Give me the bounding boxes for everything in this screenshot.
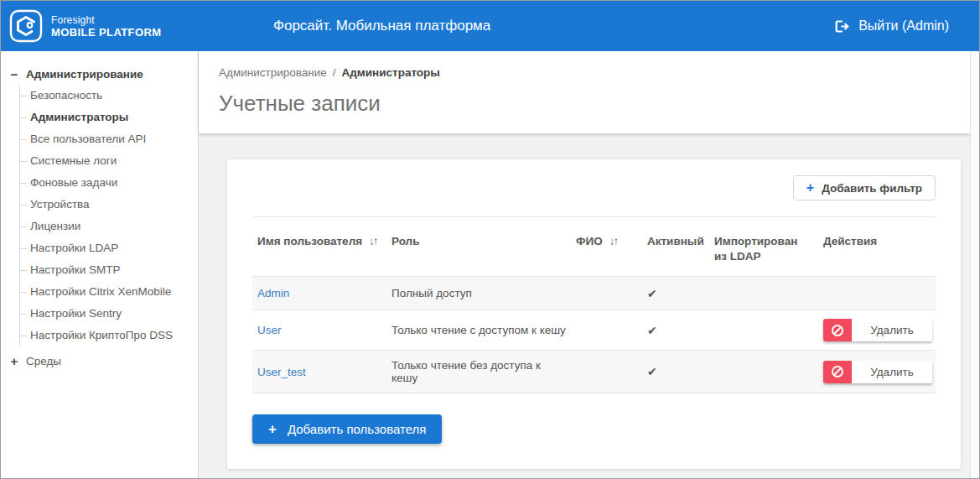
ban-icon (832, 325, 843, 336)
column-label: Имя пользователя (257, 235, 362, 247)
add-user-button[interactable]: + Добавить пользователя (252, 414, 442, 444)
imported-cell (709, 351, 818, 393)
logout-label: Выйти (Admin) (858, 18, 949, 34)
check-icon: ✔ (647, 324, 657, 337)
logo[interactable]: Foresight MOBILE PLATFORM (9, 9, 161, 43)
actions-cell: Удалить (818, 310, 936, 351)
collapse-icon[interactable]: − (9, 67, 19, 81)
username-cell: Admin (252, 277, 386, 310)
vertical-scrollbar[interactable] (970, 51, 979, 478)
role-cell: Только чтение без доступа к кешу (386, 351, 571, 393)
sidebar-item-licenses[interactable]: Лицензии (20, 216, 198, 237)
username-cell: User_test (252, 351, 386, 393)
accounts-card: + Добавить фильтр Имя пользователя↓↑ (227, 159, 961, 469)
main-area: Администрирование / Администраторы Учетн… (199, 51, 979, 478)
sidebar-item-ldap-settings[interactable]: Настройки LDAP (20, 237, 198, 259)
users-table: Имя пользователя↓↑ Роль ФИО↓↑ Активный И… (252, 217, 936, 393)
delete-label: Удалить (852, 361, 932, 383)
add-user-label: Добавить пользователя (288, 422, 426, 436)
sidebar-item-background-tasks[interactable]: Фоновые задачи (20, 172, 198, 194)
logo-text: Foresight MOBILE PLATFORM (51, 14, 161, 39)
table-row-user-test: User_test Только чтение без доступа к ке… (252, 351, 936, 393)
logout-icon (832, 18, 850, 35)
sidebar-item-api-users[interactable]: Все пользователи API (20, 128, 198, 150)
fio-cell (571, 351, 642, 393)
sidebar-item-administrators[interactable]: Администраторы (20, 107, 198, 128)
user-link[interactable]: User (257, 324, 282, 336)
sidebar: − Администрирование Безопасность Админис… (1, 51, 199, 478)
actions-cell (818, 277, 936, 310)
sidebar-section-label: Среды (26, 355, 61, 367)
add-filter-label: Добавить фильтр (822, 182, 922, 195)
sidebar-item-smtp-settings[interactable]: Настройки SMTP (20, 259, 198, 281)
sidebar-item-devices[interactable]: Устройства (20, 194, 198, 216)
user-link[interactable]: User_test (257, 366, 306, 378)
app-title: Форсайт. Мобильная платформа (273, 1, 490, 51)
logo-line1: Foresight (51, 14, 161, 26)
content-area: + Добавить фильтр Имя пользователя↓↑ (199, 133, 970, 478)
column-label: Импортирован из LDAP (714, 235, 797, 263)
breadcrumb-separator: / (333, 66, 336, 79)
sort-icon[interactable]: ↓↑ (369, 235, 377, 247)
logo-line2: MOBILE PLATFORM (51, 26, 161, 39)
add-filter-button[interactable]: + Добавить фильтр (793, 175, 936, 200)
breadcrumb-current: Администраторы (342, 66, 440, 79)
sidebar-section-administration[interactable]: − Администрирование (9, 63, 198, 85)
breadcrumb: Администрирование / Администраторы (219, 66, 970, 79)
column-header-imported: Импортирован из LDAP (709, 217, 818, 277)
username-cell: User (252, 310, 386, 351)
table-header-row: Имя пользователя↓↑ Роль ФИО↓↑ Активный И… (252, 217, 936, 277)
page-head: Администрирование / Администраторы Учетн… (199, 51, 970, 133)
imported-cell (709, 277, 818, 310)
column-label: Роль (391, 235, 419, 247)
app-header: Foresight MOBILE PLATFORM Форсайт. Мобил… (1, 1, 979, 51)
delete-label: Удалить (852, 319, 932, 341)
sidebar-item-sentry-settings[interactable]: Настройки Sentry (20, 303, 198, 325)
check-icon: ✔ (647, 365, 657, 378)
delete-button[interactable]: Удалить (823, 319, 932, 341)
fio-cell (571, 277, 642, 310)
column-header-username[interactable]: Имя пользователя↓↑ (252, 217, 386, 277)
user-link[interactable]: Admin (257, 287, 289, 299)
plus-icon: + (806, 181, 814, 195)
role-cell: Только чтение с доступом к кешу (386, 310, 571, 351)
column-label: Активный (647, 235, 704, 247)
table-row-admin: Admin Полный доступ ✔ (252, 277, 936, 310)
column-header-actions: Действия (818, 217, 936, 277)
table-row-user: User Только чтение с доступом к кешу ✔ У… (252, 310, 936, 351)
column-label: Действия (823, 235, 877, 247)
ban-icon-wrap (823, 361, 852, 383)
sidebar-item-citrix-settings[interactable]: Настройки Citrix XenMobile (20, 281, 198, 303)
column-header-fio[interactable]: ФИО↓↑ (571, 217, 642, 277)
active-cell: ✔ (642, 310, 709, 351)
active-cell: ✔ (642, 351, 709, 393)
actions-cell: Удалить (818, 351, 936, 393)
page-title: Учетные записи (219, 91, 970, 117)
sidebar-section-environments[interactable]: + Среды (9, 350, 198, 372)
sidebar-item-cryptopro-settings[interactable]: Настройки КриптоПро DSS (20, 325, 198, 346)
sidebar-item-security[interactable]: Безопасность (20, 85, 198, 107)
fio-cell (571, 310, 642, 351)
sidebar-tree: Безопасность Администраторы Все пользова… (19, 85, 198, 346)
sidebar-item-system-logs[interactable]: Системные логи (20, 150, 198, 172)
active-cell: ✔ (642, 277, 709, 310)
ban-icon-wrap (823, 319, 852, 341)
app-window: Foresight MOBILE PLATFORM Форсайт. Мобил… (0, 0, 980, 479)
check-icon: ✔ (647, 287, 657, 300)
delete-button[interactable]: Удалить (823, 361, 932, 383)
foresight-logo-icon (9, 9, 43, 43)
role-cell: Полный доступ (386, 277, 571, 310)
sort-icon[interactable]: ↓↑ (609, 235, 618, 247)
column-header-role: Роль (386, 217, 571, 277)
column-label: ФИО (576, 235, 603, 247)
sidebar-section-label: Администрирование (26, 68, 143, 81)
plus-icon: + (268, 422, 277, 436)
expand-icon[interactable]: + (9, 354, 19, 368)
column-header-active: Активный (642, 217, 709, 277)
ban-icon (832, 366, 843, 377)
imported-cell (709, 310, 818, 351)
breadcrumb-parent[interactable]: Администрирование (219, 66, 327, 79)
logout-button[interactable]: Выйти (Admin) (832, 18, 949, 35)
